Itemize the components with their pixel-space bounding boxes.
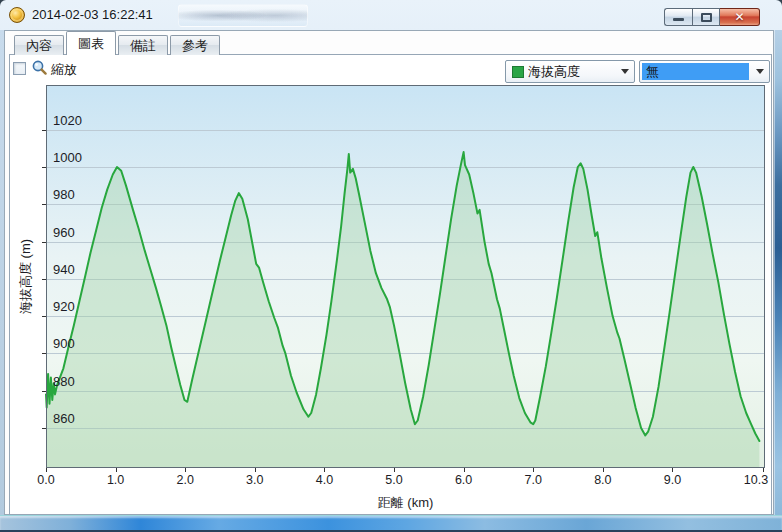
- magnifier-icon: [31, 59, 48, 80]
- zoom-checkbox[interactable]: [13, 62, 26, 75]
- tab-strip: 內容 圖表 備註 參考: [14, 31, 222, 55]
- tab-notes[interactable]: 備註: [118, 35, 168, 55]
- minimize-button[interactable]: [664, 8, 692, 26]
- maximize-button[interactable]: [692, 8, 720, 26]
- tab-content[interactable]: 內容: [14, 35, 64, 55]
- maximize-icon: [701, 13, 712, 22]
- tab-reference[interactable]: 參考: [170, 35, 220, 55]
- overlay-combobox-value: 無: [646, 63, 659, 81]
- background-window-ghost: [178, 4, 308, 27]
- window-border-right: [774, 30, 782, 515]
- app-window: 2014-02-03 16:22:41 ✕ 內容 圖表 備註 參考 縮放: [0, 0, 782, 532]
- chevron-down-icon: [756, 69, 764, 74]
- series-combobox-value: 海拔高度: [528, 63, 580, 81]
- window-icon: [9, 7, 25, 23]
- zoom-label: 縮放: [51, 61, 77, 79]
- series-combobox[interactable]: 海拔高度: [505, 60, 635, 83]
- tab-chart[interactable]: 圖表: [66, 31, 116, 55]
- overlay-combobox-arrow[interactable]: [751, 61, 769, 82]
- series-color-swatch: [512, 66, 524, 78]
- close-button[interactable]: ✕: [720, 8, 760, 26]
- minimize-icon: [673, 18, 684, 21]
- client-area: 內容 圖表 備註 參考 縮放 海拔高度 無: [4, 30, 774, 515]
- series-combobox-arrow[interactable]: [616, 61, 634, 82]
- titlebar: 2014-02-03 16:22:41 ✕: [0, 0, 782, 30]
- overlay-selection-highlight: 無: [642, 63, 749, 80]
- window-controls: ✕: [664, 8, 760, 26]
- window-border-bottom: [0, 515, 782, 532]
- window-title: 2014-02-03 16:22:41: [32, 0, 153, 30]
- chevron-down-icon: [621, 69, 629, 74]
- overlay-combobox[interactable]: 無: [639, 60, 770, 83]
- tab-page-panel: [9, 54, 772, 515]
